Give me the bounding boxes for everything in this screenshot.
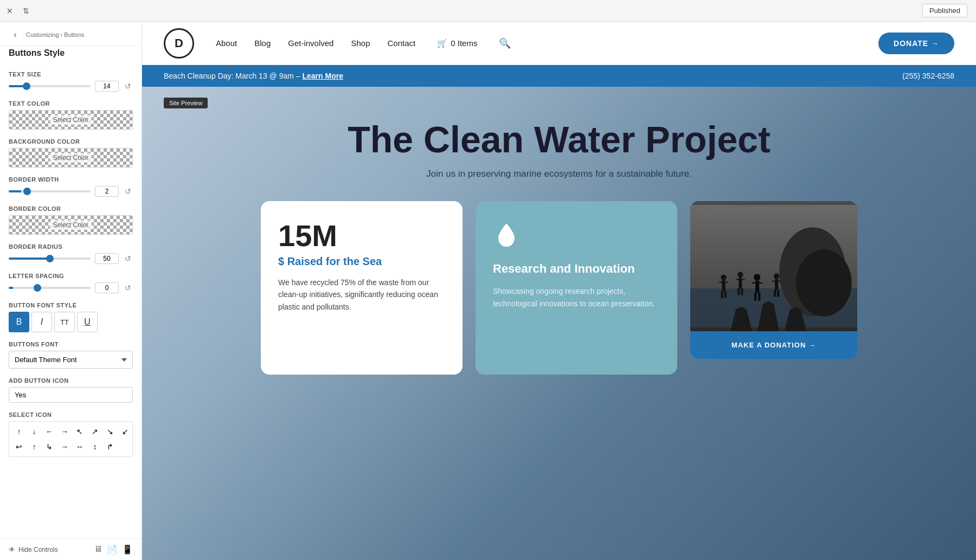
card-donation: MAKE A DONATION →	[690, 201, 857, 375]
button-font-style-label: BUTTON FONT STYLE	[9, 302, 133, 308]
panel-header: ‹ Customizing › Buttons	[0, 22, 142, 46]
letter-spacing-reset[interactable]: ↺	[123, 283, 133, 293]
border-width-input[interactable]: 2	[95, 186, 119, 197]
icon-left[interactable]: ←	[43, 425, 56, 438]
nav-contact[interactable]: Contact	[388, 38, 416, 48]
svg-point-23	[774, 273, 779, 279]
icon-down[interactable]: ↓	[28, 425, 41, 438]
announcement-text: Beach Cleanup Day: March 13 @ 9am – Lear…	[164, 72, 343, 80]
donate-button[interactable]: DONATE →	[878, 33, 954, 54]
svg-rect-18	[755, 280, 759, 293]
icon-return[interactable]: ↩	[12, 440, 25, 453]
letter-spacing-input[interactable]: 0	[95, 282, 119, 293]
border-color-picker[interactable]: Select Color	[9, 215, 133, 235]
panel-body: TEXT SIZE 14 ↺ TEXT COLOR Select Color B…	[0, 65, 142, 464]
eye-icon: 👁	[9, 546, 15, 553]
icon-nw[interactable]: ↖	[73, 425, 86, 438]
card-teal-title: Research and Innovation	[493, 261, 660, 277]
letter-spacing-slider[interactable]	[9, 287, 91, 289]
text-size-slider[interactable]	[9, 85, 91, 87]
svg-rect-16	[741, 288, 743, 295]
nav-get-involved[interactable]: Get-involved	[288, 38, 333, 48]
card-title: $ Raised for the Sea	[278, 255, 445, 268]
nav-shop[interactable]: Shop	[351, 38, 370, 48]
panel-title: Buttons Style	[0, 46, 142, 65]
icon-ne[interactable]: ↗	[88, 425, 101, 438]
icon-corner[interactable]: ↱	[104, 440, 117, 453]
border-width-slider-row: 2 ↺	[9, 186, 133, 197]
card-image-inner	[690, 201, 857, 331]
text-color-picker[interactable]: Select Color	[9, 110, 133, 130]
icon-up2[interactable]: ↑	[28, 440, 41, 453]
border-width-slider[interactable]	[9, 190, 91, 192]
font-bold-button[interactable]: B	[9, 312, 29, 332]
card-image	[690, 201, 857, 331]
nav-about[interactable]: About	[216, 38, 237, 48]
svg-point-17	[754, 274, 760, 280]
svg-rect-6	[722, 280, 725, 291]
text-color-group: TEXT COLOR Select Color	[9, 100, 133, 130]
border-radius-slider-row: 50 ↺	[9, 253, 133, 264]
announcement-phone: (255) 352-6258	[902, 72, 954, 80]
text-color-label: TEXT COLOR	[9, 100, 133, 107]
cart-items-label: 0 Items	[451, 38, 477, 48]
svg-rect-12	[739, 277, 742, 288]
card-raised: 15M $ Raised for the Sea We have recycle…	[261, 201, 463, 375]
text-size-group: TEXT SIZE 14 ↺	[9, 71, 133, 92]
letter-spacing-slider-row: 0 ↺	[9, 282, 133, 293]
undo-redo-button[interactable]: ⇅	[20, 4, 33, 17]
main-layout: ‹ Customizing › Buttons Buttons Style TE…	[0, 22, 976, 560]
bg-color-select-label: Select Color	[50, 153, 92, 163]
buttons-font-select[interactable]: Default Theme Font	[9, 351, 133, 369]
mobile-icon[interactable]: 📱	[122, 544, 133, 555]
icon-right[interactable]: →	[58, 425, 71, 438]
icon-up[interactable]: ↑	[12, 425, 25, 438]
icon-branch[interactable]: ↳	[43, 440, 56, 453]
text-size-slider-row: 14 ↺	[9, 81, 133, 92]
desktop-icon[interactable]: 🖥	[94, 544, 102, 555]
svg-point-4	[796, 249, 852, 316]
learn-more-link[interactable]: Learn More	[302, 72, 343, 80]
border-width-reset[interactable]: ↺	[123, 186, 133, 196]
svg-rect-8	[725, 282, 728, 283]
border-radius-label: BORDER RADIUS	[9, 243, 133, 250]
site-preview: D About Blog Get-involved Shop Contact 🛒…	[142, 22, 976, 560]
border-radius-input[interactable]: 50	[95, 253, 119, 264]
add-button-icon-input[interactable]: Yes	[9, 387, 133, 403]
svg-rect-13	[736, 279, 739, 280]
site-nav-cart[interactable]: 🛒 0 Items	[437, 38, 477, 48]
icon-horiz[interactable]: ↔	[73, 440, 86, 453]
text-size-input[interactable]: 14	[95, 81, 119, 92]
border-radius-slider[interactable]	[9, 258, 91, 260]
select-icon-group: SELECT ICON ↑ ↓ ← → ↖ ↗ ↘ ↙ ↩ ↑ ↳ → ↔ ↕ …	[9, 411, 133, 457]
font-italic-button[interactable]: I	[31, 312, 52, 332]
font-style-row: B I TT U	[9, 312, 133, 332]
font-underline-button[interactable]: U	[77, 312, 98, 332]
add-button-icon-group: ADD BUTTON ICON Yes	[9, 377, 133, 403]
bg-color-picker[interactable]: Select Color	[9, 148, 133, 168]
border-width-label: BORDER WIDTH	[9, 176, 133, 183]
hero-title: The Clean Water Project	[348, 119, 770, 160]
svg-rect-25	[772, 280, 775, 281]
svg-rect-9	[721, 291, 723, 298]
tablet-icon[interactable]: 📄	[107, 544, 118, 555]
close-button[interactable]: ✕	[4, 5, 15, 16]
back-button[interactable]: ‹	[9, 28, 22, 41]
border-radius-reset[interactable]: ↺	[123, 254, 133, 263]
svg-rect-19	[752, 282, 755, 284]
text-size-reset[interactable]: ↺	[123, 81, 133, 91]
card-number: 15M	[278, 221, 445, 251]
svg-rect-21	[754, 293, 756, 300]
nav-blog[interactable]: Blog	[254, 38, 271, 48]
icon-sw[interactable]: ↙	[119, 425, 132, 438]
site-nav-links: About Blog Get-involved Shop Contact	[216, 38, 415, 48]
icon-vert[interactable]: ↕	[88, 440, 101, 453]
make-donation-button[interactable]: MAKE A DONATION →	[690, 331, 857, 359]
hide-controls-button[interactable]: 👁 Hide Controls	[9, 546, 58, 553]
svg-rect-24	[775, 279, 778, 290]
icon-right2[interactable]: →	[58, 440, 71, 453]
search-icon[interactable]: 🔍	[499, 37, 511, 49]
icon-se[interactable]: ↘	[104, 425, 117, 438]
font-tt-button[interactable]: TT	[54, 312, 75, 332]
svg-rect-28	[777, 290, 779, 297]
